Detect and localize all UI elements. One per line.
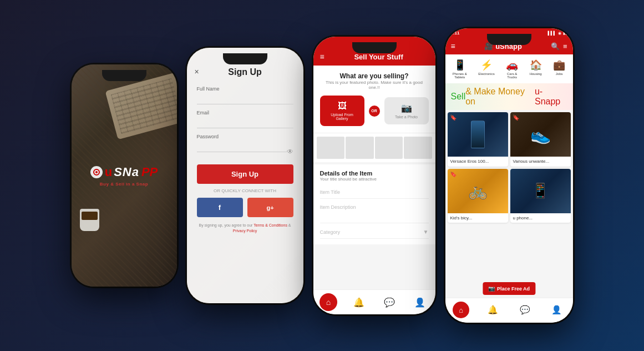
sell-photo-subtitle: This is your featured photo. Make sure i… [320, 80, 429, 90]
thumb-4[interactable] [404, 137, 432, 159]
category-electronics[interactable]: ⚡ Electronics [478, 59, 494, 79]
password-label: Password [197, 134, 287, 139]
sell-photo-options: 🖼 Upload From Gallery OR 📷 Take a Photo [320, 96, 429, 126]
sell-menu-icon[interactable]: ≡ [320, 52, 324, 61]
bookmark-icon-shoes: 🔖 [513, 114, 519, 121]
category-housing[interactable]: 🏠 Housing [530, 59, 542, 79]
product-name-versace: Versace Eros 100... [448, 157, 508, 167]
browse-nav-user[interactable]: 👤 [541, 302, 573, 318]
take-photo-label: Take a Photo [395, 115, 418, 119]
versace-bottle-img [471, 121, 485, 148]
place-ad-camera-icon: 📷 [488, 285, 495, 292]
splash-tagline: Buy & Sell in a Snap [100, 182, 148, 187]
coffee-cup-decoration [80, 209, 99, 231]
product-card-versace[interactable]: 🔖 Versace Eros 100... [448, 112, 508, 167]
product-name-shoes: Various unwante... [510, 157, 571, 167]
take-photo-button[interactable]: 📷 Take a Photo [384, 97, 429, 124]
browse-nav-bell[interactable]: 🔔 [477, 302, 509, 318]
splash-logo-area: u SNa PP Buy & Sell in a Snap [90, 165, 158, 187]
product-name-phone: u phone... [510, 213, 571, 223]
banner-brand-text: u-Snapp [535, 87, 567, 107]
signup-close-button[interactable]: × [195, 67, 199, 76]
phone-4-browse: 5:11 ▌▌▌ ◉ ▮▮ ≡ 🎥 uSnapp 🔍 ≡ [445, 28, 573, 323]
browse-logo-icon: 🎥 [484, 42, 493, 51]
sell-details-title: Details of the Item [320, 170, 429, 177]
signup-fullname-field: Full Name [197, 86, 293, 104]
camera-icon: 📷 [401, 103, 412, 113]
sell-details-section: Details of the Item Your title should be… [313, 164, 435, 244]
place-free-ad-button[interactable]: 📷 Place Free Ad [483, 282, 535, 295]
product-card-bike[interactable]: 🚲 🔖 Kid's bicy... [448, 169, 508, 223]
housing-icon: 🏠 [530, 59, 542, 71]
search-icon[interactable]: 🔍 [551, 42, 560, 51]
facebook-signup-button[interactable]: f [197, 198, 243, 217]
browse-logo: 🎥 uSnapp [459, 41, 547, 51]
product-img-bike: 🚲 🔖 [448, 169, 508, 213]
product-card-shoes[interactable]: 👟 🔖 Various unwante... [510, 112, 571, 167]
bell-nav-icon: 🔔 [488, 305, 498, 315]
password-input[interactable] [197, 141, 287, 152]
housing-label: Housing [530, 72, 542, 76]
toggle-password-icon[interactable]: 👁 [287, 148, 293, 156]
terms-link[interactable]: Terms & Conditions [253, 223, 287, 227]
browse-menu-icon[interactable]: ≡ [451, 42, 455, 51]
wifi-icon: ◉ [558, 31, 561, 36]
upload-gallery-label: Upload From Gallery [328, 113, 357, 121]
sell-nav-user[interactable]: 👤 [405, 293, 435, 311]
cars-icon: 🚗 [506, 59, 518, 71]
browse-logo-text: uSnapp [495, 42, 522, 51]
item-description-field[interactable]: Item Description [320, 201, 429, 223]
fullname-input[interactable] [197, 93, 293, 104]
phones-icon: 📱 [454, 59, 466, 71]
splash-background: u SNa PP Buy & Sell in a Snap [72, 64, 177, 287]
sell-nav-home[interactable]: ⌂ [313, 293, 344, 311]
browse-products-grid: 🔖 Versace Eros 100... 👟 🔖 Various unwant… [445, 110, 573, 225]
category-jobs[interactable]: 💼 Jobs [553, 59, 565, 79]
thumb-1[interactable] [317, 137, 345, 159]
place-ad-label: Place Free Ad [497, 286, 530, 292]
browse-header-icons: 🔍 ≡ [551, 42, 567, 51]
signup-title: Sign Up [197, 67, 293, 77]
browse-nav-chat[interactable]: 💬 [509, 302, 541, 318]
thumb-3[interactable] [375, 137, 403, 159]
product-card-phone[interactable]: 📱 u phone... [510, 169, 571, 223]
phone-2-screen: × Sign Up Full Name Email Password [187, 48, 303, 303]
category-selector[interactable]: Category ▼ [320, 225, 429, 239]
fullname-label: Full Name [197, 86, 293, 92]
browse-nav-home[interactable]: ⌂ [445, 302, 478, 318]
sell-details-subtitle: Your title should be attractive [320, 177, 429, 182]
signal-icon: ▌▌▌ [548, 31, 556, 35]
google-signup-button[interactable]: g+ [247, 198, 293, 217]
sell-nav-chat[interactable]: 💬 [374, 293, 405, 311]
category-cars-trucks[interactable]: 🚗 Cars &Trucks [506, 59, 518, 79]
upload-gallery-button[interactable]: 🖼 Upload From Gallery [320, 96, 364, 126]
filter-icon[interactable]: ≡ [563, 42, 567, 51]
sell-thumbnails-grid [313, 133, 435, 162]
shoes-img: 👟 [530, 125, 551, 144]
category-phones-tablets[interactable]: 📱 Phones &Tablets [453, 59, 467, 79]
banner-make-text: & Make Money on [465, 87, 535, 107]
signup-submit-button[interactable]: Sign Up [197, 164, 293, 184]
jobs-label: Jobs [556, 72, 563, 76]
phone-1-splash: u SNa PP Buy & Sell in a Snap [72, 64, 177, 287]
logo-pp-text: PP [141, 165, 158, 179]
product-img-versace: 🔖 [448, 112, 508, 157]
email-input[interactable] [197, 117, 293, 128]
signup-email-field: Email [197, 110, 293, 128]
logo-camera-icon [90, 166, 103, 178]
status-bar: 5:11 ▌▌▌ ◉ ▮▮ [445, 28, 573, 38]
thumb-2[interactable] [346, 137, 374, 159]
home-icon: ⌂ [320, 293, 337, 311]
cars-label: Cars &Trucks [507, 72, 517, 79]
privacy-link[interactable]: Privacy Policy [233, 229, 257, 233]
chat-icon: 💬 [384, 297, 395, 308]
item-title-field[interactable]: Item Title [320, 186, 429, 199]
sell-nav-bell[interactable]: 🔔 [344, 293, 374, 311]
signup-content: × Sign Up Full Name Email Password [187, 48, 303, 240]
phone-2-signup: × Sign Up Full Name Email Password [187, 48, 303, 303]
browse-header: ≡ 🎥 uSnapp 🔍 ≡ [445, 38, 573, 54]
gallery-icon: 🖼 [338, 101, 347, 111]
terms-and: & [288, 223, 291, 227]
signup-password-field: Password [197, 134, 287, 152]
sell-header: ≡ Sell Your Stuff [313, 37, 435, 66]
